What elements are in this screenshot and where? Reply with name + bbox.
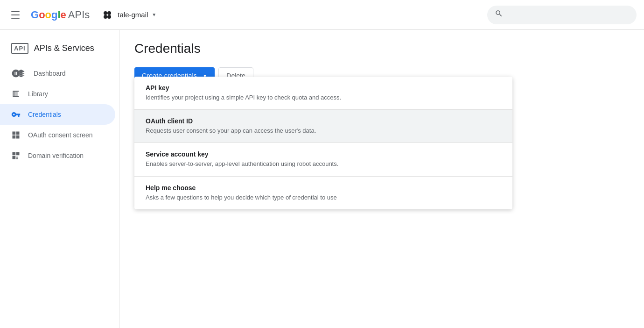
main-layout: API APIs & Services Dashboard [0, 30, 644, 328]
api-key-title: API key [146, 84, 501, 92]
dropdown-item-api-key[interactable]: API key Identifies your project using a … [134, 77, 512, 110]
logo-g2: g [51, 9, 57, 21]
oauth-client-id-title: OAuth client ID [146, 117, 501, 125]
sidebar: API APIs & Services Dashboard [0, 30, 119, 328]
google-apis-logo: G o o g l e APIs [31, 9, 90, 21]
sidebar-item-oauth-consent[interactable]: OAuth consent screen [0, 125, 115, 145]
apis-services-title: APIs & Services [34, 43, 94, 53]
sidebar-item-domain-verification[interactable]: Domain verification [0, 145, 115, 166]
service-account-key-description: Enables server-to-server, app-level auth… [146, 160, 501, 168]
sidebar-library-label: Library [28, 90, 48, 98]
dropdown-item-help-me-choose[interactable]: Help me choose Asks a few questions to h… [134, 177, 512, 209]
api-key-description: Identifies your project using a simple A… [146, 93, 501, 102]
project-dots-icon [101, 8, 114, 21]
svg-point-1 [107, 11, 111, 15]
help-me-choose-description: Asks a few questions to help you decide … [146, 193, 501, 202]
svg-point-3 [107, 15, 111, 19]
dropdown-item-service-account-key[interactable]: Service account key Enables server-to-se… [134, 143, 512, 176]
topbar-left: G o o g l e APIs tale-gmail ▼ [7, 7, 480, 23]
dropdown-item-oauth-client-id[interactable]: OAuth client ID Requests user consent so… [134, 110, 512, 143]
logo-apis-text: APIs [68, 9, 90, 21]
sidebar-header: API APIs & Services [0, 37, 119, 63]
domain-verification-icon [11, 151, 21, 160]
oauth-client-id-description: Requests user consent so your app can ac… [146, 127, 501, 135]
sidebar-credentials-label: Credentials [28, 111, 61, 118]
logo-o2: o [45, 9, 51, 21]
sidebar-domain-label: Domain verification [28, 152, 84, 159]
search-icon [495, 9, 503, 20]
logo-e: e [61, 9, 66, 21]
sidebar-dashboard-label: Dashboard [34, 70, 66, 77]
logo-g: G [31, 9, 39, 21]
service-account-key-title: Service account key [146, 150, 501, 158]
sidebar-item-library[interactable]: Library [0, 84, 115, 104]
oauth-consent-icon [11, 130, 21, 140]
sidebar-item-credentials[interactable]: Credentials [0, 104, 115, 125]
page-title: Credentials [134, 41, 629, 56]
main-content: Credentials Create credentials ▼ Delete … [119, 30, 644, 328]
api-badge: API [11, 43, 28, 54]
credentials-dropdown-menu: API key Identifies your project using a … [134, 77, 512, 209]
logo-o1: o [39, 9, 45, 21]
project-name: tale-gmail [118, 11, 148, 19]
svg-point-2 [104, 15, 107, 19]
credentials-key-icon [11, 110, 21, 119]
project-dropdown-arrow-icon: ▼ [152, 12, 156, 17]
dashboard-icon2 [17, 69, 26, 78]
library-icon [11, 89, 21, 99]
svg-point-0 [104, 11, 107, 15]
help-me-choose-title: Help me choose [146, 184, 501, 192]
hamburger-menu-icon[interactable] [7, 7, 23, 22]
sidebar-item-dashboard[interactable]: Dashboard [0, 63, 115, 84]
sidebar-nav: Dashboard Library Credentials [0, 63, 119, 166]
project-selector[interactable]: tale-gmail ▼ [97, 7, 160, 23]
search-bar[interactable] [487, 6, 637, 24]
sidebar-oauth-label: OAuth consent screen [28, 131, 93, 139]
topbar: G o o g l e APIs tale-gmail ▼ [0, 0, 644, 30]
